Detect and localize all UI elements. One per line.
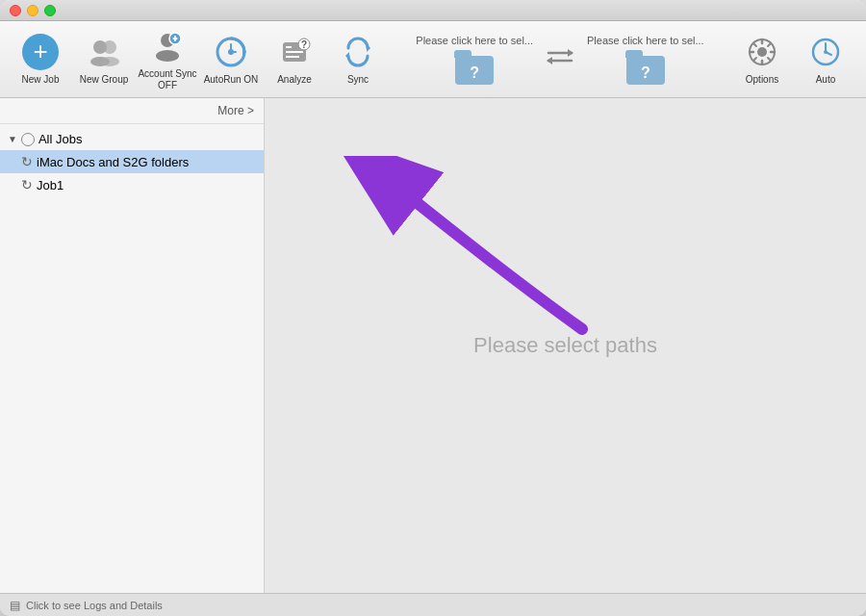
content-area: More > ▼ All Jobs ↻ iMac Docs and S2G fo… <box>0 98 866 593</box>
app-window: + New Job New Group <box>0 0 866 616</box>
svg-rect-14 <box>286 51 303 53</box>
status-bar[interactable]: ▤ Click to see Logs and Details <box>0 593 866 616</box>
svg-line-28 <box>753 43 756 46</box>
svg-point-35 <box>824 50 828 54</box>
new-group-icon <box>86 34 122 70</box>
minimize-button[interactable] <box>27 5 38 16</box>
sync-button[interactable]: Sync <box>327 27 389 92</box>
options-icon <box>744 34 780 70</box>
autorun-label: AutoRun ON <box>204 74 259 86</box>
svg-text:?: ? <box>301 39 307 50</box>
sync-icon <box>340 34 376 70</box>
left-folder-icon: ? <box>454 50 495 85</box>
account-sync-label: Account Sync OFF <box>137 68 198 91</box>
path-selectors: Please click here to sel... ? Please <box>391 21 729 97</box>
sync-small-icon-2: ↻ <box>21 177 33 192</box>
svg-point-1 <box>103 40 116 54</box>
new-group-button[interactable]: New Group <box>73 27 135 92</box>
options-button[interactable]: Options <box>731 27 793 92</box>
auto-icon <box>807 34 844 70</box>
new-job-button[interactable]: + New Job <box>10 27 71 92</box>
svg-line-29 <box>768 58 771 61</box>
swap-icon[interactable] <box>545 43 575 76</box>
svg-point-23 <box>757 47 767 57</box>
svg-point-3 <box>100 57 119 66</box>
svg-rect-15 <box>286 56 299 58</box>
autorun-button[interactable]: AutoRun ON <box>200 27 262 92</box>
sidebar-item-job1[interactable]: ↻ Job1 <box>0 173 264 196</box>
imac-docs-label: iMac Docs and S2G folders <box>37 155 189 169</box>
analyze-icon: ? <box>276 34 313 70</box>
status-text: Click to see Logs and Details <box>26 600 163 611</box>
auto-button[interactable]: Auto <box>795 27 856 92</box>
svg-marker-20 <box>568 49 573 57</box>
svg-marker-21 <box>547 57 552 64</box>
sync-small-icon: ↻ <box>21 154 33 169</box>
auto-label: Auto <box>816 74 836 86</box>
placeholder-text: Please select paths <box>473 333 657 358</box>
job1-label: Job1 <box>37 178 64 192</box>
account-sync-button[interactable]: Account Sync OFF <box>137 27 198 92</box>
all-jobs-label: All Jobs <box>38 132 83 146</box>
analyze-button[interactable]: ? Analyze <box>264 27 325 92</box>
right-path-selector[interactable]: Please click here to sel... ? <box>579 35 712 85</box>
svg-rect-13 <box>286 46 292 48</box>
collapse-triangle-icon: ▼ <box>8 134 17 144</box>
sync-label: Sync <box>347 74 369 86</box>
options-label: Options <box>746 74 778 86</box>
plus-circle-icon: + <box>22 34 59 70</box>
all-jobs-group[interactable]: ▼ All Jobs <box>0 128 264 150</box>
main-content: More > ▼ All Jobs ↻ iMac Docs and S2G fo… <box>0 98 866 616</box>
sidebar: More > ▼ All Jobs ↻ iMac Docs and S2G fo… <box>0 98 265 593</box>
new-group-label: New Group <box>80 74 129 86</box>
right-path-text: Please click here to sel... <box>587 35 704 46</box>
toolbar-right: Options Auto <box>731 27 856 92</box>
analyze-label: Analyze <box>277 74 312 86</box>
maximize-button[interactable] <box>44 5 56 16</box>
toolbar: + New Job New Group <box>0 21 866 98</box>
log-icon: ▤ <box>10 599 20 612</box>
left-path-text: Please click here to sel... <box>416 35 533 46</box>
sidebar-header: More > <box>0 98 264 124</box>
right-folder-icon: ? <box>625 50 666 85</box>
autorun-icon <box>213 34 249 70</box>
more-button[interactable]: More > <box>217 104 254 117</box>
svg-line-31 <box>753 58 756 61</box>
arrow-annotation <box>342 156 611 352</box>
traffic-lights <box>10 5 56 16</box>
new-job-label: New Job <box>22 74 60 86</box>
close-button[interactable] <box>10 5 21 16</box>
all-jobs-radio <box>21 133 35 146</box>
account-sync-icon <box>149 28 186 64</box>
sidebar-tree: ▼ All Jobs ↻ iMac Docs and S2G folders ↻… <box>0 124 264 593</box>
main-panel: Please select paths <box>265 98 866 593</box>
titlebar <box>0 0 866 21</box>
svg-line-30 <box>768 43 771 46</box>
left-path-selector[interactable]: Please click here to sel... ? <box>408 35 541 85</box>
sidebar-item-imac-docs[interactable]: ↻ iMac Docs and S2G folders <box>0 150 264 173</box>
svg-point-5 <box>156 50 179 62</box>
new-job-icon: + <box>22 34 59 70</box>
